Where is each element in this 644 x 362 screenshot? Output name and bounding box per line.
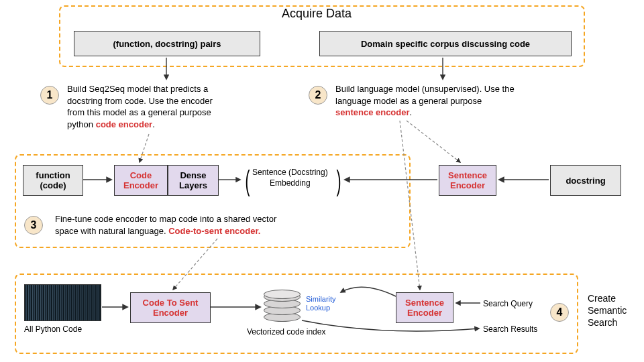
step-4-num: 4 [557,306,563,318]
paren-left: ( [246,165,250,197]
embed-line2: Embedding [270,178,311,188]
all-python-code-label: All Python Code [24,324,82,334]
create-semantic-search-label: Create Semantic Search [588,292,627,329]
title-text: Acquire Data [282,7,352,21]
code-encoder-box: Code Encoder [114,165,168,196]
step-3-num: 3 [31,219,37,231]
step2-dot: . [410,107,413,117]
step2-line1: Build language model (unsupervised). Use… [335,84,515,94]
step1-dot: . [152,119,155,129]
step3-red: Code-to-sent encoder. [168,226,260,236]
step-1-desc: Build Seq2Seq model that predicts a docs… [67,83,282,130]
db-label: Vectorized code index [247,327,325,337]
search-query-label: Search Query [483,299,533,308]
step-2-badge: 2 [309,86,327,105]
sentence-encoder-box-mid: Sentence Encoder [439,165,496,196]
svg-line-3 [407,121,460,162]
corpus-box: Domain specific corpus discussing code [319,31,572,56]
step2-line2: language model as a general purpose [335,96,482,106]
code-to-sent-encoder-box: Code To Sent Encoder [130,292,211,323]
function-code-box: function (code) [23,165,83,196]
step1-red: code encoder [96,119,153,129]
step1-line3: from this model as a general purpose [67,107,211,117]
pairs-box: (function, docstring) pairs [74,31,260,56]
embedding-label: Sentence (Docstring) Embedding [252,168,328,188]
sentence-encoder-box-bottom: Sentence Encoder [396,292,453,323]
step-4-badge: 4 [550,303,569,322]
step-3-desc: Fine-tune code encoder to map code into … [55,213,397,237]
similarity-lookup-label: SimilarityLookup [306,295,336,312]
r4c: Search [588,317,617,328]
step-3-badge: 3 [24,216,43,235]
sim-text: SimilarityLookup [306,295,336,312]
step3-line1: Fine-tune code encoder to map code into … [55,214,276,224]
step3-line2: space with natural language. [55,226,168,236]
step-2-desc: Build language model (unsupervised). Use… [335,83,590,119]
docstring-box: docstring [550,165,621,196]
step-2-num: 2 [315,89,321,101]
step-1-badge: 1 [40,86,59,105]
r4a: Create [588,293,616,304]
r4b: Semantic [588,305,627,316]
step1-line2: docstring from code. Use the encoder [67,96,213,106]
paren-right: ) [337,165,341,197]
embed-line1: Sentence (Docstring) [252,168,328,177]
python-code-image [24,284,101,321]
step1-line1: Build Seq2Seq model that predicts a [67,84,208,94]
step1-line4: python [67,119,96,129]
search-results-label: Search Results [483,324,537,334]
dense-layers-box: Dense Layers [168,165,219,196]
step2-red: sentence encoder [335,107,410,117]
step-1-num: 1 [47,89,53,101]
